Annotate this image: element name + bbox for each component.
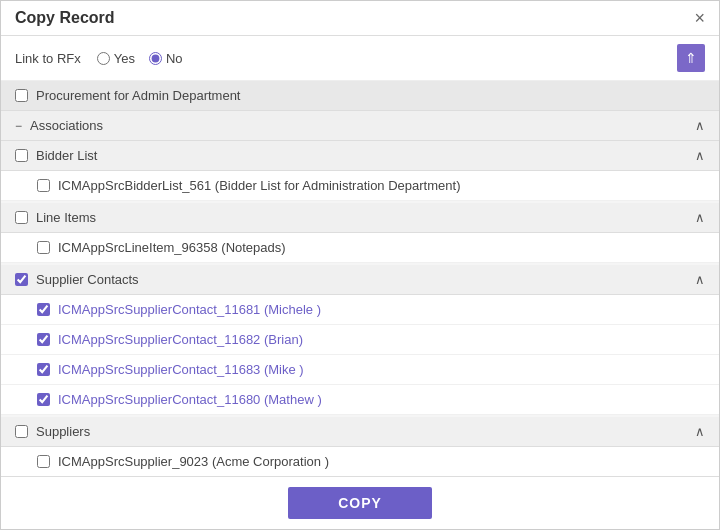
section-suppliers: Suppliers∧ICMAppSrcSupplier_9023 (Acme C… xyxy=(1,417,719,476)
associations-chevron-icon: ∧ xyxy=(695,118,705,133)
section-body-bidder-list: ICMAppSrcBidderList_561 (Bidder List for… xyxy=(1,171,719,201)
section-checkbox-bidder-list[interactable] xyxy=(15,149,28,162)
section-body-line-items: ICMAppSrcLineItem_96358 (Notepads) xyxy=(1,233,719,263)
collapse-all-button[interactable]: ⇑ xyxy=(677,44,705,72)
item-label-line-1: ICMAppSrcLineItem_96358 (Notepads) xyxy=(58,240,286,255)
section-chevron-line-items: ∧ xyxy=(695,210,705,225)
record-header-checkbox[interactable] xyxy=(15,89,28,102)
section-header-line-items[interactable]: Line Items∧ xyxy=(1,203,719,233)
section-supplier-contacts: Supplier Contacts∧ICMAppSrcSupplierConta… xyxy=(1,265,719,415)
dialog-footer: COPY xyxy=(1,476,719,529)
section-line-items: Line Items∧ICMAppSrcLineItem_96358 (Note… xyxy=(1,203,719,263)
link-to-rfx-label: Link to RFx xyxy=(15,51,81,66)
item-label-contact-3: ICMAppSrcSupplierContact_11683 (Mike ) xyxy=(58,362,304,377)
item-checkbox-contact-2[interactable] xyxy=(37,333,50,346)
radio-no-label: No xyxy=(166,51,183,66)
item-row-contact-2: ICMAppSrcSupplierContact_11682 (Brian) xyxy=(1,325,719,355)
section-header-supplier-contacts[interactable]: Supplier Contacts∧ xyxy=(1,265,719,295)
radio-no-input[interactable] xyxy=(149,52,162,65)
close-button[interactable]: × xyxy=(694,9,705,27)
radio-no[interactable]: No xyxy=(149,51,183,66)
item-checkbox-supplier-1[interactable] xyxy=(37,455,50,468)
sections-container: Bidder List∧ICMAppSrcBidderList_561 (Bid… xyxy=(1,141,719,476)
item-checkbox-contact-1[interactable] xyxy=(37,303,50,316)
item-row-contact-3: ICMAppSrcSupplierContact_11683 (Mike ) xyxy=(1,355,719,385)
radio-yes-input[interactable] xyxy=(97,52,110,65)
section-title-bidder-list: Bidder List xyxy=(36,148,97,163)
item-row-bidder-1: ICMAppSrcBidderList_561 (Bidder List for… xyxy=(1,171,719,201)
section-body-suppliers: ICMAppSrcSupplier_9023 (Acme Corporation… xyxy=(1,447,719,476)
dialog-title: Copy Record xyxy=(15,9,115,27)
section-chevron-bidder-list: ∧ xyxy=(695,148,705,163)
collapse-icon: ⇑ xyxy=(685,50,697,66)
copy-button[interactable]: COPY xyxy=(288,487,432,519)
section-chevron-supplier-contacts: ∧ xyxy=(695,272,705,287)
item-row-contact-4: ICMAppSrcSupplierContact_11680 (Mathew ) xyxy=(1,385,719,415)
item-row-supplier-1: ICMAppSrcSupplier_9023 (Acme Corporation… xyxy=(1,447,719,476)
section-checkbox-supplier-contacts[interactable] xyxy=(15,273,28,286)
section-chevron-suppliers: ∧ xyxy=(695,424,705,439)
associations-header[interactable]: − Associations ∧ xyxy=(1,111,719,141)
section-checkbox-suppliers[interactable] xyxy=(15,425,28,438)
item-row-contact-1: ICMAppSrcSupplierContact_11681 (Michele … xyxy=(1,295,719,325)
dialog-toolbar: Link to RFx Yes No ⇑ xyxy=(1,36,719,81)
section-bidder-list: Bidder List∧ICMAppSrcBidderList_561 (Bid… xyxy=(1,141,719,201)
associations-toggle-icon: − xyxy=(15,119,22,133)
radio-yes[interactable]: Yes xyxy=(97,51,135,66)
associations-label: Associations xyxy=(30,118,103,133)
link-rfx-radio-group: Yes No xyxy=(97,51,183,66)
section-checkbox-line-items[interactable] xyxy=(15,211,28,224)
record-header: Procurement for Admin Department xyxy=(1,81,719,111)
item-label-contact-2: ICMAppSrcSupplierContact_11682 (Brian) xyxy=(58,332,303,347)
section-title-supplier-contacts: Supplier Contacts xyxy=(36,272,139,287)
item-label-contact-4: ICMAppSrcSupplierContact_11680 (Mathew ) xyxy=(58,392,322,407)
item-checkbox-contact-4[interactable] xyxy=(37,393,50,406)
copy-record-dialog: Copy Record × Link to RFx Yes No ⇑ Procu… xyxy=(0,0,720,530)
item-label-supplier-1: ICMAppSrcSupplier_9023 (Acme Corporation… xyxy=(58,454,329,469)
item-label-bidder-1: ICMAppSrcBidderList_561 (Bidder List for… xyxy=(58,178,460,193)
dialog-header: Copy Record × xyxy=(1,1,719,36)
section-body-supplier-contacts: ICMAppSrcSupplierContact_11681 (Michele … xyxy=(1,295,719,415)
item-checkbox-line-1[interactable] xyxy=(37,241,50,254)
section-header-suppliers[interactable]: Suppliers∧ xyxy=(1,417,719,447)
section-title-suppliers: Suppliers xyxy=(36,424,90,439)
section-title-line-items: Line Items xyxy=(36,210,96,225)
item-row-line-1: ICMAppSrcLineItem_96358 (Notepads) xyxy=(1,233,719,263)
radio-yes-label: Yes xyxy=(114,51,135,66)
section-header-bidder-list[interactable]: Bidder List∧ xyxy=(1,141,719,171)
item-label-contact-1: ICMAppSrcSupplierContact_11681 (Michele … xyxy=(58,302,321,317)
dialog-body: Procurement for Admin Department − Assoc… xyxy=(1,81,719,476)
item-checkbox-bidder-1[interactable] xyxy=(37,179,50,192)
record-header-label: Procurement for Admin Department xyxy=(36,88,240,103)
item-checkbox-contact-3[interactable] xyxy=(37,363,50,376)
